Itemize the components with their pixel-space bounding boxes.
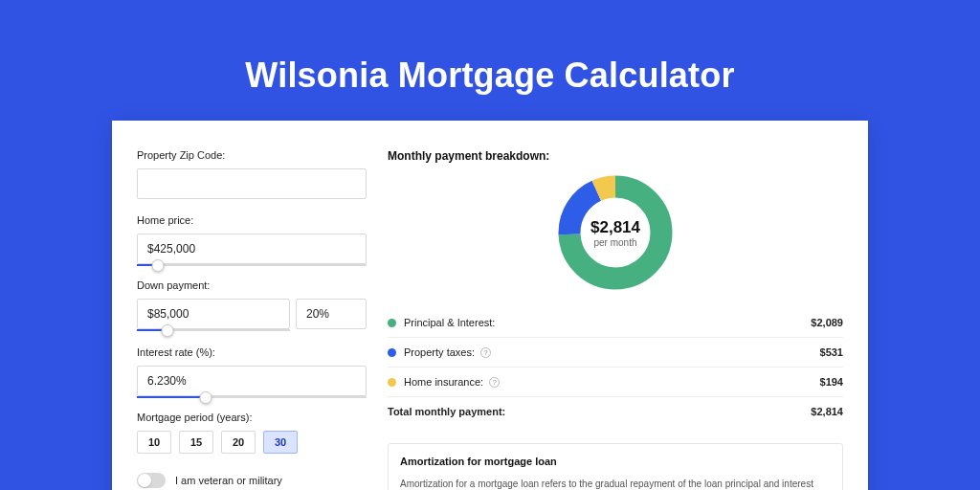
breakdown-column: Monthly payment breakdown: $2,814 per mo… bbox=[388, 149, 843, 490]
mortgage-period-option-15[interactable]: 15 bbox=[179, 431, 213, 454]
home-price-label: Home price: bbox=[137, 214, 367, 226]
interest-rate-group bbox=[137, 366, 367, 396]
home-price-slider-knob[interactable] bbox=[151, 259, 164, 272]
breakdown-label: Principal & Interest: bbox=[404, 317, 811, 328]
inputs-column: Property Zip Code: Home price: Down paym… bbox=[137, 149, 367, 490]
donut-sublabel: per month bbox=[593, 237, 636, 248]
down-payment-slider-knob[interactable] bbox=[162, 324, 174, 337]
interest-rate-input[interactable] bbox=[137, 366, 367, 396]
breakdown-row: Home insurance:?$194 bbox=[388, 368, 843, 397]
payment-donut-chart: $2,814 per month bbox=[557, 174, 674, 291]
veteran-toggle[interactable] bbox=[137, 473, 166, 488]
home-price-slider-rail[interactable] bbox=[137, 264, 367, 266]
breakdown-title: Monthly payment breakdown: bbox=[388, 149, 843, 163]
info-icon[interactable]: ? bbox=[489, 377, 500, 388]
info-icon[interactable]: ? bbox=[480, 347, 491, 358]
down-payment-input[interactable] bbox=[137, 299, 290, 329]
breakdown-label: Home insurance:? bbox=[404, 376, 820, 388]
legend-dot bbox=[388, 348, 396, 357]
breakdown-value: $194 bbox=[820, 376, 843, 388]
veteran-row: I am veteran or military bbox=[137, 473, 367, 488]
amortization-body: Amortization for a mortgage loan refers … bbox=[400, 477, 831, 490]
mortgage-period-options: 10152030 bbox=[137, 431, 367, 454]
down-payment-group bbox=[137, 299, 367, 329]
breakdown-value: $531 bbox=[820, 346, 843, 358]
donut-value: $2,814 bbox=[590, 218, 640, 237]
down-payment-pct-input[interactable] bbox=[296, 299, 367, 329]
total-label: Total monthly payment: bbox=[388, 406, 811, 417]
mortgage-period-option-10[interactable]: 10 bbox=[137, 431, 171, 454]
interest-rate-slider-knob[interactable] bbox=[200, 391, 212, 404]
mortgage-period-option-30[interactable]: 30 bbox=[263, 431, 298, 454]
breakdown-row: Property taxes:?$531 bbox=[388, 338, 843, 368]
breakdown-value: $2,089 bbox=[811, 317, 843, 328]
zip-input[interactable] bbox=[137, 168, 367, 199]
amortization-box: Amortization for mortgage loan Amortizat… bbox=[388, 443, 843, 490]
total-value: $2,814 bbox=[811, 406, 843, 417]
page-title: Wilsonia Mortgage Calculator bbox=[0, 0, 980, 121]
zip-label: Property Zip Code: bbox=[137, 149, 367, 161]
breakdown-row: Principal & Interest:$2,089 bbox=[388, 308, 843, 338]
home-price-input[interactable] bbox=[137, 234, 367, 264]
legend-dot bbox=[388, 378, 396, 387]
interest-rate-label: Interest rate (%): bbox=[137, 346, 367, 358]
mortgage-period-option-20[interactable]: 20 bbox=[221, 431, 256, 454]
calculator-card: Property Zip Code: Home price: Down paym… bbox=[112, 121, 868, 490]
donut-wrap: $2,814 per month bbox=[388, 174, 843, 291]
veteran-label: I am veteran or military bbox=[175, 475, 282, 486]
breakdown-label: Property taxes:? bbox=[404, 346, 820, 358]
home-price-group bbox=[137, 234, 367, 264]
down-payment-label: Down payment: bbox=[137, 279, 367, 291]
total-row: Total monthly payment: $2,814 bbox=[388, 397, 843, 426]
mortgage-period-label: Mortgage period (years): bbox=[137, 412, 367, 423]
amortization-title: Amortization for mortgage loan bbox=[400, 456, 831, 467]
toggle-knob bbox=[138, 474, 151, 487]
legend-dot bbox=[388, 319, 396, 327]
